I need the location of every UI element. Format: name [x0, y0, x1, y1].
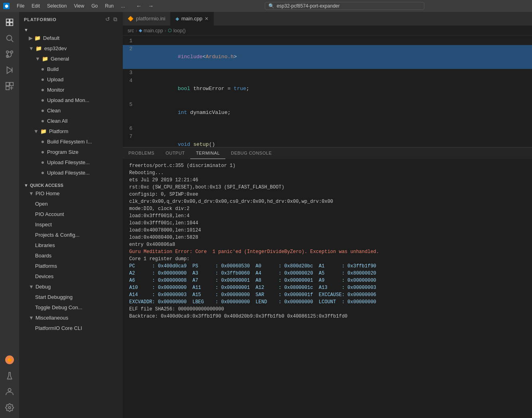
menu-run[interactable]: Run — [102, 2, 117, 10]
sidebar-item-libraries[interactable]: Libraries — [19, 240, 123, 251]
menu-edit[interactable]: Edit — [28, 2, 43, 10]
titlebar: ⬢ File Edit Selection View Go Run ... ← … — [0, 0, 532, 12]
global-search-bar[interactable]: 🔍 esp32-pcf8574-port-expander — [265, 2, 424, 10]
sidebar-item-build[interactable]: Build — [19, 64, 123, 75]
project-tasks-chevron-icon: ▼ — [24, 27, 28, 32]
sidebar-item-boards[interactable]: Boards — [19, 251, 123, 261]
tab-output[interactable]: OUTPUT — [160, 147, 190, 159]
source-control-activity-icon[interactable] — [2, 47, 17, 61]
search-icon: 🔍 — [268, 3, 274, 9]
sidebar-item-esp32dev[interactable]: ▼ 📁 esp32dev — [19, 43, 123, 54]
nav-forward-button[interactable]: → — [146, 2, 156, 10]
split-icon[interactable]: ⧉ — [112, 15, 118, 24]
tab-debug-console[interactable]: DEBUG CONSOLE — [225, 147, 277, 159]
terminal-line: mode:DIO, clock div:2 — [129, 205, 526, 212]
menu-file[interactable]: File — [14, 2, 28, 10]
svg-rect-2 — [6, 23, 9, 26]
pio-activity-icon[interactable]: 🔶 — [2, 353, 17, 367]
libraries-label: Libraries — [35, 241, 55, 250]
line-number-3: 3 — [123, 69, 139, 77]
sidebar-item-pio-home[interactable]: ▼ PIO Home — [19, 188, 123, 199]
sidebar-item-program-size[interactable]: Program Size — [19, 147, 123, 157]
svg-point-15 — [8, 406, 11, 409]
code-line-6: 6 — [123, 125, 532, 133]
sidebar-item-default[interactable]: ▶ 📁 Default — [19, 33, 123, 43]
tab-terminal[interactable]: TERMINAL — [190, 147, 225, 159]
code-editor: 1 2 #include<Arduino.h> 3 4 — [123, 35, 532, 147]
menu-go[interactable]: Go — [88, 2, 101, 10]
main-layout: 🔶 PLATFORMIO ↺ — [0, 12, 532, 418]
nav-back-button[interactable]: ← — [134, 2, 144, 10]
project-tasks-section[interactable]: ▼ — [19, 26, 123, 33]
svg-rect-0 — [6, 19, 9, 22]
breadcrumb-src[interactable]: src — [128, 28, 134, 33]
toggle-debug-label: Toggle Debug Con... — [35, 303, 83, 312]
sidebar-item-upload-filesystem-1[interactable]: Upload Filesyste... — [19, 157, 123, 168]
quick-access-section[interactable]: ▼ QUICK ACCESS — [19, 181, 123, 188]
menu-view[interactable]: View — [71, 2, 87, 10]
terminal-line: freertos/port.c:355 (discriminator 1) — [129, 162, 526, 169]
sidebar-item-pio-account[interactable]: PIO Account — [19, 209, 123, 220]
refresh-icon[interactable]: ↺ — [104, 15, 111, 24]
sidebar-item-projects-config[interactable]: Projects & Config... — [19, 230, 123, 240]
sidebar-actions: ↺ ⧉ — [104, 15, 118, 24]
sidebar-item-general[interactable]: ▼ 📁 General — [19, 54, 123, 64]
line-content-4: bool throwError = true; — [139, 77, 532, 101]
dot-icon — [41, 172, 44, 174]
dot-icon — [41, 161, 44, 164]
nav-arrows: ← → — [134, 2, 156, 10]
sidebar-item-build-filesystem[interactable]: Build Filesystem I... — [19, 137, 123, 147]
menu-more[interactable]: ... — [118, 2, 128, 10]
svg-rect-12 — [10, 82, 13, 86]
menu-bar: File Edit Selection View Go Run ... — [14, 2, 128, 10]
dot-icon — [41, 89, 44, 91]
include-close: > — [234, 54, 237, 60]
close-tab-icon[interactable]: ✕ — [205, 16, 209, 22]
tab-problems[interactable]: PROBLEMS — [123, 147, 160, 159]
sidebar-item-upload-filesystem-2[interactable]: Upload Filesyste... — [19, 168, 123, 178]
flask-activity-icon[interactable] — [2, 369, 17, 383]
svg-rect-3 — [10, 23, 13, 26]
breadcrumb-main-cpp[interactable]: main.cpp — [144, 28, 163, 33]
sidebar-item-monitor[interactable]: Monitor — [19, 85, 123, 95]
settings-activity-icon[interactable] — [2, 400, 17, 415]
terminal-line: A2 : 0x00000000 A3 : 0x3ffb0060 A4 : 0x0… — [129, 270, 526, 277]
terminal-line: Guru Meditation Error: Core 1 panic'ed (… — [129, 248, 526, 255]
upload-filesystem-1-label: Upload Filesyste... — [47, 158, 90, 167]
sidebar-item-pio-core-cli[interactable]: PlatformIO Core CLI — [19, 323, 123, 334]
run-activity-icon[interactable] — [2, 63, 17, 77]
extensions-activity-icon[interactable] — [2, 79, 17, 93]
svg-point-6 — [6, 51, 9, 53]
tab-platformio-ini[interactable]: 🔶 platformio.ini — [123, 12, 171, 26]
terminal-line: ELF file SHA256: 0000000000000000 — [129, 306, 526, 313]
terminal-line: A6 : 0x00000008 A7 : 0x00000001 A8 : 0x0… — [129, 277, 526, 284]
explorer-activity-icon[interactable] — [2, 15, 17, 29]
code-area[interactable]: 1 2 #include<Arduino.h> 3 4 — [123, 35, 532, 147]
dot-icon — [41, 120, 44, 122]
svg-rect-11 — [6, 82, 9, 86]
search-activity-icon[interactable] — [2, 31, 17, 45]
sidebar-item-toggle-debug[interactable]: Toggle Debug Con... — [19, 302, 123, 313]
menu-selection[interactable]: Selection — [44, 2, 70, 10]
sidebar-item-platforms[interactable]: Platforms — [19, 261, 123, 271]
sidebar-item-debug-section[interactable]: ▼ Debug — [19, 282, 123, 292]
breadcrumb-loop[interactable]: loop() — [173, 28, 186, 33]
sidebar-item-miscellaneous-section[interactable]: ▼ Miscellaneous — [19, 313, 123, 323]
tab-main-cpp[interactable]: ◆ main.cpp ✕ — [171, 12, 214, 26]
pio-home-label: PIO Home — [35, 189, 60, 198]
sidebar-item-clean-all[interactable]: Clean All — [19, 116, 123, 126]
sidebar-item-start-debugging[interactable]: Start Debugging — [19, 292, 123, 302]
sidebar-item-platform[interactable]: ▼ 📁 Platform — [19, 126, 123, 137]
terminal-output[interactable]: freertos/port.c:355 (discriminator 1)Reb… — [123, 159, 532, 418]
sidebar-item-clean[interactable]: Clean — [19, 106, 123, 116]
account-activity-icon[interactable] — [2, 385, 17, 399]
sidebar-item-inspect[interactable]: Inspect — [19, 220, 123, 230]
dot-icon — [41, 78, 44, 81]
sidebar-item-upload[interactable]: Upload — [19, 75, 123, 85]
sidebar-item-devices[interactable]: Devices — [19, 271, 123, 282]
space3 — [190, 141, 193, 147]
sidebar-item-upload-monitor[interactable]: Upload and Mon... — [19, 95, 123, 106]
space2: dynamicValue; — [187, 110, 231, 116]
sidebar-item-open[interactable]: Open — [19, 199, 123, 209]
sidebar-header: PLATFORMIO ↺ ⧉ — [19, 12, 123, 26]
